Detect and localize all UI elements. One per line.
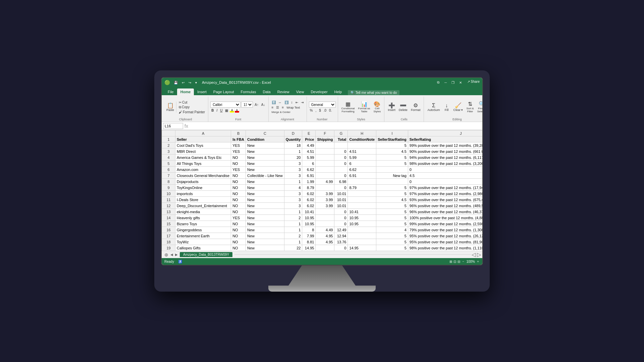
data-cell[interactable]: I-Deals Store bbox=[175, 197, 231, 203]
data-cell[interactable]: 90% positive over the past 12 months. (6… bbox=[408, 148, 482, 155]
data-cell[interactable]: NO bbox=[231, 233, 246, 239]
data-cell[interactable]: 8.79 bbox=[348, 185, 376, 191]
data-cell[interactable]: 4.5 bbox=[408, 173, 482, 179]
row-number[interactable]: 6 bbox=[162, 167, 175, 173]
data-cell[interactable]: NO bbox=[231, 227, 246, 233]
tab-help[interactable]: Help bbox=[331, 88, 345, 95]
row-number[interactable]: 12 bbox=[162, 203, 175, 209]
number-format-select[interactable]: General bbox=[309, 102, 336, 108]
data-cell[interactable]: New bbox=[246, 155, 284, 161]
data-cell[interactable]: New bbox=[246, 161, 284, 167]
col-header-c[interactable]: C bbox=[246, 130, 284, 136]
data-cell[interactable]: 5 bbox=[376, 215, 408, 221]
data-cell[interactable]: Quantity bbox=[284, 136, 302, 142]
data-cell[interactable] bbox=[334, 167, 348, 173]
data-cell[interactable]: 4 bbox=[376, 227, 408, 233]
col-header-g[interactable]: G bbox=[334, 130, 348, 136]
data-cell[interactable] bbox=[316, 161, 334, 167]
data-cell[interactable]: New tag bbox=[376, 173, 408, 179]
data-cell[interactable]: 4.99 bbox=[316, 179, 334, 185]
minimize-btn[interactable]: ─ bbox=[442, 80, 449, 85]
data-cell[interactable] bbox=[348, 239, 376, 245]
data-cell[interactable]: eknight-media bbox=[175, 209, 231, 215]
data-cell[interactable]: New bbox=[246, 167, 284, 173]
data-cell[interactable]: 5 bbox=[376, 209, 408, 215]
data-cell[interactable]: 4.49 bbox=[316, 227, 334, 233]
row-number[interactable]: 11 bbox=[162, 197, 175, 203]
data-cell[interactable]: 10.95 bbox=[348, 221, 376, 227]
data-cell[interactable] bbox=[376, 167, 408, 173]
name-box-input[interactable] bbox=[163, 123, 183, 129]
data-cell[interactable]: Closeouts General Merchandise bbox=[175, 173, 231, 179]
font-color-button[interactable]: A bbox=[235, 108, 239, 113]
font-name-select[interactable]: Calibri bbox=[210, 102, 240, 108]
data-cell[interactable] bbox=[316, 209, 334, 215]
redo-quick-btn[interactable]: ↪ bbox=[187, 80, 192, 85]
data-cell[interactable]: 96% positive over the past 12 months. (4… bbox=[408, 209, 482, 215]
save-quick-btn[interactable]: 💾 bbox=[173, 80, 179, 85]
data-cell[interactable]: Amazon.com bbox=[175, 167, 231, 173]
zoom-out-btn[interactable]: － bbox=[462, 259, 465, 264]
data-cell[interactable]: 99% positive over the past 12 months. (3… bbox=[408, 142, 482, 148]
data-cell[interactable]: 97% positive over the past 12 months. (2… bbox=[408, 191, 482, 197]
data-cell[interactable]: 14.95 bbox=[348, 245, 376, 251]
row-number[interactable]: 16 bbox=[162, 227, 175, 233]
data-cell[interactable]: 3 bbox=[284, 197, 302, 203]
tab-insert[interactable]: Insert bbox=[194, 88, 210, 95]
data-cell[interactable]: New bbox=[246, 191, 284, 197]
data-cell[interactable]: 3 bbox=[284, 167, 302, 173]
data-cell[interactable] bbox=[348, 191, 376, 197]
data-cell[interactable]: New bbox=[246, 197, 284, 203]
data-cell[interactable]: Bizarro Toys bbox=[175, 221, 231, 227]
data-cell[interactable] bbox=[316, 148, 334, 155]
data-cell[interactable]: 7.99 bbox=[302, 233, 316, 239]
data-cell[interactable] bbox=[316, 245, 334, 251]
data-cell[interactable]: 10.01 bbox=[334, 203, 348, 209]
data-cell[interactable]: 10.41 bbox=[302, 209, 316, 215]
row-number[interactable]: 2 bbox=[162, 142, 175, 148]
data-cell[interactable]: 3.99 bbox=[316, 203, 334, 209]
data-cell[interactable]: 100% positive over the past 12 months. (… bbox=[408, 215, 482, 221]
row-number[interactable]: 13 bbox=[162, 209, 175, 215]
data-cell[interactable]: 1.99 bbox=[302, 179, 316, 185]
data-cell[interactable]: ToyKingsOnline bbox=[175, 185, 231, 191]
data-cell[interactable]: New bbox=[246, 227, 284, 233]
data-cell[interactable]: NO bbox=[231, 185, 246, 191]
data-cell[interactable]: 6.02 bbox=[302, 197, 316, 203]
border-button[interactable]: ▦ bbox=[224, 108, 229, 113]
add-sheet-btn[interactable]: ⊕ bbox=[163, 252, 170, 257]
merge-center-btn[interactable]: Merge & Center bbox=[271, 110, 291, 114]
fill-color-button[interactable]: A bbox=[230, 108, 234, 113]
data-cell[interactable]: 6 bbox=[348, 161, 376, 167]
conditional-formatting-btn[interactable]: ▦ ConditionalFormatting bbox=[340, 100, 356, 114]
data-cell[interactable]: 12.94 bbox=[334, 233, 348, 239]
spreadsheet-area[interactable]: A B C D E F G H I J K L M bbox=[162, 130, 482, 251]
data-cell[interactable]: NO bbox=[231, 179, 246, 185]
data-cell[interactable]: New bbox=[246, 245, 284, 251]
data-cell[interactable]: 99% positive over the past 12 months. (2… bbox=[408, 221, 482, 227]
data-cell[interactable]: NO bbox=[231, 155, 246, 161]
data-cell[interactable]: 0 bbox=[334, 215, 348, 221]
data-cell[interactable]: 4.49 bbox=[302, 142, 316, 148]
increase-font-btn[interactable]: A↑ bbox=[254, 103, 260, 107]
data-cell[interactable]: 1 bbox=[284, 239, 302, 245]
data-cell[interactable]: 0 bbox=[334, 221, 348, 227]
row-number[interactable]: 8 bbox=[162, 179, 175, 185]
hscroll-right-btn[interactable]: ▷ bbox=[477, 251, 481, 258]
data-cell[interactable]: All Things Toys bbox=[175, 161, 231, 167]
data-cell[interactable]: New bbox=[246, 239, 284, 245]
data-cell[interactable]: YES bbox=[231, 167, 246, 173]
data-cell[interactable]: Heavenly gifts bbox=[175, 215, 231, 221]
data-cell[interactable] bbox=[348, 233, 376, 239]
data-cell[interactable]: 97% positive over the past 12 months. (1… bbox=[408, 185, 482, 191]
cut-button[interactable]: ✂ Cut bbox=[178, 100, 206, 105]
data-cell[interactable]: 1 bbox=[284, 209, 302, 215]
data-cell[interactable] bbox=[316, 142, 334, 148]
data-cell[interactable]: 4 bbox=[284, 185, 302, 191]
text-direction-btn[interactable]: ↕ bbox=[290, 100, 294, 105]
row-number[interactable]: 1 bbox=[162, 136, 175, 142]
data-cell[interactable]: Deep_Discount_Entertainment bbox=[175, 203, 231, 209]
comma-btn[interactable]: , bbox=[314, 108, 317, 113]
data-cell[interactable] bbox=[348, 203, 376, 209]
data-cell[interactable]: 1 bbox=[284, 221, 302, 227]
